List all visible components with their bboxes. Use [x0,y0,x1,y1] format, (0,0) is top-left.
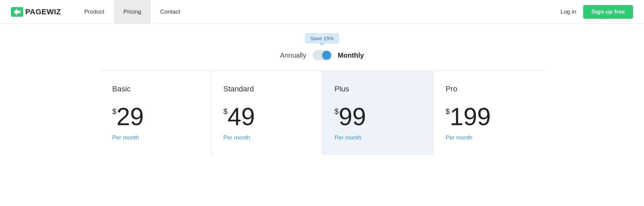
plan-pro: Pro $ 199 Per month [433,71,544,155]
logo-icon [11,7,23,17]
save-tooltip: Save 15% [305,33,339,43]
plan-basic-amount: 29 [117,104,144,129]
billing-toggle-row: Annually Monthly [280,50,364,60]
pricing-section: Basic $ 29 Per month Standard $ 49 Per m… [100,71,544,155]
plan-plus-dollar: $ [334,107,339,116]
plan-basic-price-row: $ 29 [112,104,144,129]
nav-pricing[interactable]: Pricing [114,0,151,24]
plan-plus-price-row: $ 99 [334,104,366,129]
annually-label: Annually [280,52,306,59]
save-tooltip-wrapper: Save 15% [305,33,339,43]
nav-links: Product Pricing Contact [75,0,561,24]
plan-pro-period: Per month [446,134,472,141]
nav-right: Log in Sign up free [560,5,633,19]
plan-standard-price-row: $ 49 [223,104,255,129]
plan-pro-name: Pro [446,85,457,93]
billing-toggle[interactable] [313,50,332,60]
monthly-label: Monthly [338,52,364,59]
nav-contact[interactable]: Contact [151,0,190,24]
nav-product[interactable]: Product [75,0,114,24]
main-content: Save 15% Annually Monthly Basic $ 29 Per… [0,24,644,155]
plan-standard-period: Per month [223,134,250,141]
plan-basic-name: Basic [112,85,131,93]
navbar: PAGEWIZ Product Pricing Contact Log in S… [0,0,644,24]
plan-plus-period: Per month [334,134,361,141]
plan-standard: Standard $ 49 Per month [211,71,322,155]
login-button[interactable]: Log in [560,9,576,15]
plan-basic-period: Per month [112,134,139,141]
plan-pro-dollar: $ [446,107,450,116]
plan-plus-name: Plus [334,85,349,93]
logo-text: PAGEWIZ [25,8,61,16]
plan-standard-amount: 49 [228,104,255,129]
plan-plus: Plus $ 99 Per month [322,71,433,155]
signup-button[interactable]: Sign up free [583,5,633,19]
plan-pro-price-row: $ 199 [446,104,491,129]
plan-plus-amount: 99 [339,104,366,129]
plan-pro-amount: 199 [450,104,491,129]
plan-standard-dollar: $ [223,107,228,116]
plan-basic: Basic $ 29 Per month [100,71,211,155]
plan-standard-name: Standard [223,85,254,93]
logo[interactable]: PAGEWIZ [11,7,61,17]
toggle-knob [322,51,331,60]
plan-basic-dollar: $ [112,107,117,116]
